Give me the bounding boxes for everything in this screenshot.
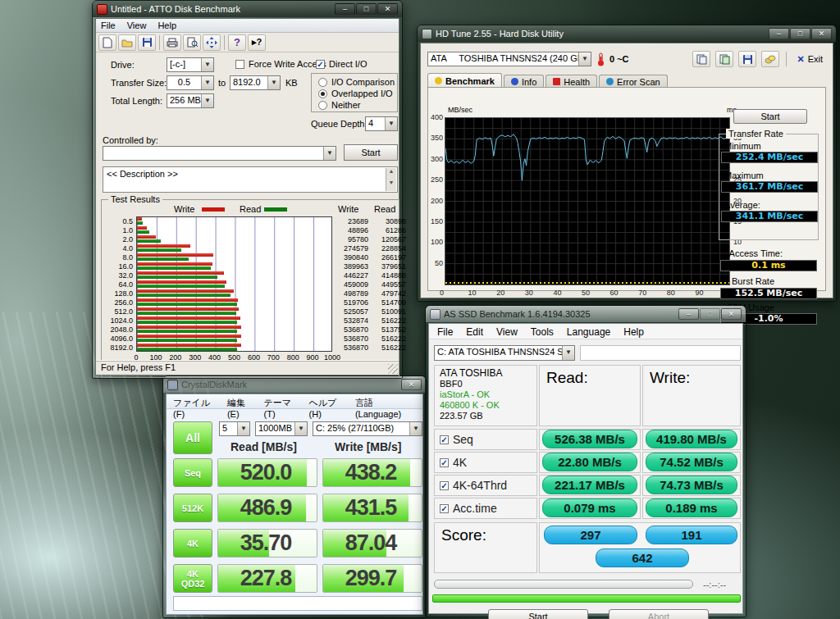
- context-help-icon[interactable]: ▸?: [248, 34, 266, 51]
- menu-item[interactable]: View: [496, 326, 518, 336]
- tab-label: Error Scan: [617, 77, 660, 87]
- minimize-button[interactable]: –: [769, 28, 789, 39]
- minimize-button[interactable]: –: [678, 308, 699, 320]
- menu-item[interactable]: File: [437, 326, 453, 336]
- total-length-select[interactable]: 256 MB▼: [167, 93, 214, 108]
- cdm-comment-input[interactable]: [173, 596, 422, 611]
- y-left-tick: 200: [428, 197, 443, 205]
- assd-title: AS SSD Benchmark 1.6.4194.30325: [444, 309, 675, 319]
- io-option-2[interactable]: Neither: [318, 100, 360, 110]
- write-bar: [137, 307, 239, 311]
- read-bar: [137, 348, 237, 351]
- read-bar: [137, 221, 143, 225]
- maximize-button[interactable]: □: [790, 28, 810, 39]
- read-value: 228854: [368, 244, 406, 253]
- cdm-all-button[interactable]: All: [173, 421, 212, 454]
- assd-row-checkbox[interactable]: ✓4K-64Thrd: [435, 476, 536, 495]
- assd-row-checkbox[interactable]: ✓Seq: [435, 430, 536, 449]
- close-button[interactable]: ✕: [401, 379, 422, 390]
- close-button[interactable]: ✕: [811, 28, 832, 39]
- copy-image-icon[interactable]: [715, 51, 733, 67]
- read-value: 449557: [368, 280, 406, 289]
- chevron-down-icon: ▼: [201, 58, 213, 71]
- close-button[interactable]: ✕: [377, 3, 398, 15]
- cdm-title: CrystalDiskMark: [181, 380, 398, 389]
- assd-drive-select[interactable]: C: ATA TOSHIBA THNSNS24 SCSI Disk D▼: [434, 345, 575, 361]
- copy-text-icon[interactable]: [692, 51, 710, 67]
- hdtune-start-button[interactable]: Start: [733, 109, 807, 124]
- close-button[interactable]: ✕: [721, 308, 742, 320]
- cdm-titlebar[interactable]: CrystalDiskMark ✕: [163, 376, 426, 393]
- exit-button[interactable]: ✕ Exit: [793, 54, 826, 65]
- cdm-read-value: 520.0: [218, 459, 313, 486]
- menu-item[interactable]: ヘルプ(H): [309, 397, 347, 406]
- new-file-icon[interactable]: [98, 34, 116, 51]
- io-option-0[interactable]: I/O Comparison: [318, 77, 395, 87]
- menu-item[interactable]: Language: [567, 326, 610, 336]
- menu-item[interactable]: File: [101, 20, 116, 30]
- hdtune-titlebar[interactable]: HD Tune 2.55 - Hard Disk Utility – □ ✕: [418, 25, 836, 42]
- direct-io-checkbox[interactable]: ✓Direct I/O: [316, 59, 367, 69]
- tab-benchmark[interactable]: Benchmark: [427, 73, 502, 88]
- controlled-by-select[interactable]: ▼: [103, 146, 336, 161]
- coins-icon[interactable]: [761, 51, 779, 67]
- assd-row-checkbox[interactable]: ✓Acc.time: [435, 498, 536, 518]
- pan-arrows-icon[interactable]: [203, 34, 221, 51]
- menu-item[interactable]: 言語(Language): [355, 397, 416, 406]
- cdm-row-label-512k[interactable]: 512K: [173, 494, 212, 522]
- print-preview-icon[interactable]: [183, 34, 201, 51]
- force-write-access-checkbox[interactable]: Force Write Access: [235, 59, 326, 69]
- assd-titlebar[interactable]: AS SSD Benchmark 1.6.4194.30325 – □ ✕: [426, 306, 746, 322]
- cdm-row-label-4k[interactable]: 4K: [173, 529, 212, 558]
- cdm-row-label-4k-qd32[interactable]: 4K QD32: [173, 564, 212, 593]
- cdm-size-select[interactable]: 1000MB▼: [255, 421, 308, 436]
- tab-health[interactable]: Health: [546, 75, 597, 88]
- save-icon[interactable]: [738, 51, 756, 67]
- cdm-row-label-seq[interactable]: Seq: [173, 458, 212, 487]
- write-value: 95780: [331, 235, 368, 244]
- cdm-runs-select[interactable]: 5▼: [219, 421, 250, 436]
- row-size-label: 8192.0: [103, 344, 136, 352]
- assd-row-checkbox[interactable]: ✓4K: [435, 453, 536, 472]
- desktop-wallpaper: HD Tune 2.55 - Hard Disk Utility – □ ✕ A…: [0, 0, 840, 619]
- minimize-button[interactable]: –: [335, 3, 355, 15]
- transfer-rate-graph: [445, 117, 730, 285]
- atto-titlebar[interactable]: Untitled - ATTO Disk Benchmark – □ ✕: [93, 1, 402, 17]
- queue-depth-select[interactable]: 4▼: [365, 116, 398, 131]
- print-icon[interactable]: [163, 34, 181, 51]
- scrollbar[interactable]: ▲▼: [386, 168, 396, 191]
- assd-start-button[interactable]: Start: [488, 609, 588, 619]
- transfer-size-from-select[interactable]: 0.5▼: [167, 75, 214, 90]
- menu-item[interactable]: Tools: [531, 326, 554, 336]
- menu-item[interactable]: Help: [623, 326, 644, 336]
- burst-rate-label: Burst Rate: [732, 276, 774, 286]
- y-left-tick: 250: [428, 175, 443, 184]
- drive-select[interactable]: [-c-]▼: [167, 57, 214, 72]
- hdtune-drive-select[interactable]: ATA TOSHIBA THNSNS24 (240 GB)▼: [427, 52, 591, 66]
- menu-item[interactable]: 編集(E): [227, 397, 256, 406]
- row-size-label: 128.0: [103, 289, 136, 298]
- open-folder-icon[interactable]: [118, 34, 136, 51]
- read-value: 516222: [368, 335, 406, 343]
- hdtune-title: HD Tune 2.55 - Hard Disk Utility: [436, 29, 765, 39]
- description-box[interactable]: << Description >> ▲▼: [103, 166, 398, 193]
- atto-result-row: 4096.0536870516222: [103, 334, 392, 343]
- tab-info[interactable]: Info: [504, 75, 544, 88]
- cdm-target-select[interactable]: C: 25% (27/110GB)▼: [313, 421, 422, 436]
- io-option-1[interactable]: Overlapped I/O: [318, 89, 393, 98]
- save-icon[interactable]: [138, 34, 156, 51]
- assd-abort-button[interactable]: Abort: [609, 609, 709, 619]
- menu-item[interactable]: Edit: [466, 326, 483, 336]
- maximize-button[interactable]: □: [700, 308, 720, 320]
- menu-item[interactable]: View: [127, 20, 147, 30]
- tab-error-scan[interactable]: Error Scan: [599, 75, 668, 88]
- transfer-size-to-select[interactable]: 8192.0▼: [230, 75, 281, 90]
- maximize-button[interactable]: □: [356, 3, 377, 15]
- menu-item[interactable]: Help: [158, 20, 176, 30]
- menu-item[interactable]: ファイル(F): [173, 397, 219, 406]
- atto-start-button[interactable]: Start: [344, 144, 398, 161]
- menu-item[interactable]: テーマ(T): [264, 397, 301, 406]
- resize-grip[interactable]: [388, 364, 398, 374]
- atto-result-row: 64.0459009449557: [103, 280, 392, 289]
- help-icon[interactable]: ?: [228, 34, 246, 51]
